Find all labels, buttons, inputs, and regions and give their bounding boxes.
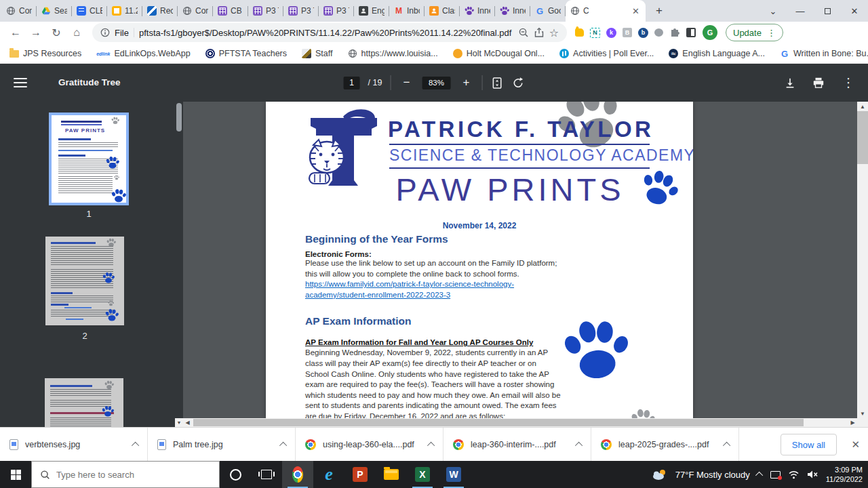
menu-hamburger-icon[interactable] bbox=[14, 78, 27, 87]
weather-icon[interactable] bbox=[652, 468, 668, 481]
taskbar-excel-button[interactable]: X bbox=[407, 461, 438, 488]
taskbar-chrome-button[interactable] bbox=[282, 461, 313, 488]
taskbar-explorer-button[interactable] bbox=[376, 461, 407, 488]
reload-icon[interactable]: ↻ bbox=[47, 24, 65, 41]
tab-active[interactable]: C✕ bbox=[566, 0, 646, 22]
bookmark-jps-resources[interactable]: JPS Resources bbox=[9, 49, 81, 58]
download-item[interactable]: using-leap-360-ela....pdf bbox=[296, 428, 443, 461]
back-icon[interactable]: ← bbox=[7, 24, 24, 41]
kami-extension-icon[interactable]: k bbox=[606, 28, 616, 38]
tab-close-icon[interactable]: ✕ bbox=[631, 6, 641, 16]
clock[interactable]: 3:09 PM 11/29/2022 bbox=[826, 465, 863, 484]
tab-clep[interactable]: CLEP bbox=[72, 0, 107, 22]
onenote-clipper-extension-icon[interactable]: N bbox=[590, 28, 600, 38]
pdf-menu-kebab-icon[interactable]: ⋮ bbox=[841, 75, 856, 90]
info-icon[interactable] bbox=[100, 28, 110, 37]
bookmark-staff[interactable]: Staff bbox=[302, 49, 332, 58]
start-button[interactable] bbox=[0, 461, 31, 488]
task-view-button[interactable] bbox=[251, 461, 282, 488]
chevron-up-icon[interactable] bbox=[575, 441, 583, 449]
blue-circle-extension-icon[interactable]: b bbox=[638, 28, 648, 38]
chevron-up-icon[interactable] bbox=[427, 441, 435, 449]
tab-com-1[interactable]: Com bbox=[1, 0, 37, 22]
browser-menu-kebab-icon[interactable]: ⋮ bbox=[767, 28, 776, 38]
fit-page-button[interactable] bbox=[490, 77, 503, 89]
tab-inne-2[interactable]: Inne bbox=[495, 0, 530, 22]
tab-reco[interactable]: Reco bbox=[142, 0, 178, 22]
bookmark-pftsta-teachers[interactable]: PFTSTA Teachers bbox=[205, 49, 287, 58]
print-icon[interactable] bbox=[812, 77, 825, 89]
tab-engl[interactable]: Engl bbox=[354, 0, 389, 22]
bookmark-holt-mcdougal[interactable]: Holt McDougal Onl... bbox=[453, 49, 545, 58]
horizontal-scrollbar-thumb[interactable] bbox=[193, 419, 804, 426]
downloads-bar-close-icon[interactable]: ✕ bbox=[851, 439, 860, 451]
b-extension-icon[interactable]: B bbox=[623, 28, 632, 37]
chevron-up-icon[interactable] bbox=[723, 441, 730, 449]
url-text[interactable]: pftsta-fs1/gboyer$/Desktop/PAW%20PRINTS/… bbox=[139, 28, 513, 38]
familyid-link[interactable]: academy/student-enrollment-2022-2023-3 bbox=[305, 290, 561, 301]
vertical-scrollbar[interactable]: ▲ ▼ bbox=[857, 102, 868, 418]
bookmark-edlinkops[interactable]: edlinkEdLinkOps.WebApp bbox=[96, 49, 191, 58]
chevron-up-icon[interactable] bbox=[279, 441, 287, 449]
scroll-down-icon[interactable]: ▼ bbox=[857, 409, 868, 418]
download-icon[interactable] bbox=[784, 77, 796, 89]
new-tab-button[interactable]: + bbox=[650, 1, 669, 20]
zoom-out-icon[interactable] bbox=[518, 27, 529, 38]
sidebar-scrollbar-thumb[interactable] bbox=[176, 103, 182, 131]
speech-balloon-extension-icon[interactable] bbox=[654, 28, 663, 37]
thumbnail-page-1[interactable]: PAW PRINTS bbox=[49, 113, 129, 205]
maximize-button[interactable] bbox=[814, 0, 841, 22]
taskbar-ie-button[interactable]: e bbox=[313, 461, 344, 488]
volume-muted-icon[interactable] bbox=[807, 470, 818, 479]
download-item[interactable]: verbtenses.jpg bbox=[0, 428, 148, 461]
forward-icon[interactable]: → bbox=[27, 24, 45, 41]
zoom-level-input[interactable]: 83% bbox=[422, 77, 450, 89]
scroll-up-icon[interactable]: ▲ bbox=[857, 102, 868, 111]
close-button[interactable]: ✕ bbox=[841, 0, 868, 22]
bookmark-english-language[interactable]: ilcEnglish Language A... bbox=[669, 49, 765, 58]
profile-avatar[interactable]: G bbox=[703, 25, 717, 40]
wifi-icon[interactable] bbox=[788, 470, 800, 479]
sidebar-scrollbar[interactable]: ▼ bbox=[175, 102, 183, 427]
vertical-scrollbar-thumb[interactable] bbox=[857, 111, 868, 164]
tab-112[interactable]: 11.2 bbox=[107, 0, 142, 22]
horizontal-scrollbar[interactable]: ◀ ▶ bbox=[183, 418, 857, 427]
tab-inbox[interactable]: MInbo bbox=[389, 0, 425, 22]
scroll-left-icon[interactable]: ◀ bbox=[183, 418, 192, 428]
bookmark-written-in-bone[interactable]: GWritten in Bone: Bu... bbox=[780, 49, 868, 58]
omnibox[interactable]: File pftsta-fs1/gboyer$/Desktop/PAW%20PR… bbox=[92, 23, 567, 42]
tab-google[interactable]: GGoo bbox=[530, 0, 566, 22]
rotate-button[interactable] bbox=[511, 77, 524, 89]
tab-p3t-2[interactable]: P3 T bbox=[283, 0, 319, 22]
zoom-in-button[interactable]: + bbox=[458, 75, 473, 90]
thumbnail-page-3[interactable] bbox=[45, 378, 123, 427]
bookmark-louisiana[interactable]: https://www.louisia... bbox=[348, 49, 438, 58]
tab-inne-1[interactable]: Inne bbox=[460, 0, 495, 22]
search-input[interactable] bbox=[56, 470, 192, 480]
bookmark-poll-everywhere[interactable]: Activities | Poll Ever... bbox=[559, 49, 654, 58]
tab-cbs[interactable]: CB S bbox=[213, 0, 248, 22]
taskbar-word-button[interactable]: W bbox=[438, 461, 469, 488]
notification-tray-icon[interactable] bbox=[770, 471, 781, 479]
scroll-right-icon[interactable]: ▶ bbox=[848, 418, 857, 428]
taskbar-powerpoint-button[interactable]: P bbox=[344, 461, 376, 488]
tab-p3t-1[interactable]: P3 T bbox=[248, 0, 283, 22]
tab-com-2[interactable]: Com bbox=[178, 0, 213, 22]
page-number-input[interactable]: 1 bbox=[344, 77, 360, 89]
home-icon[interactable]: ⌂ bbox=[68, 24, 85, 41]
taskbar-search[interactable] bbox=[31, 461, 220, 488]
tab-p3t-3[interactable]: P3 T bbox=[319, 0, 354, 22]
thumbnail-page-2[interactable] bbox=[45, 237, 124, 325]
share-icon[interactable] bbox=[534, 27, 545, 38]
update-button[interactable]: Update ⋮ bbox=[726, 24, 783, 41]
tray-chevron-up-icon[interactable] bbox=[755, 472, 763, 479]
zoom-out-button[interactable]: − bbox=[399, 75, 414, 90]
sidebar-scroll-down-icon[interactable]: ▼ bbox=[175, 418, 183, 427]
puzzle-extensions-icon[interactable] bbox=[669, 27, 680, 38]
download-item[interactable]: Palm tree.jpg bbox=[148, 428, 296, 461]
show-all-downloads-button[interactable]: Show all bbox=[781, 434, 837, 455]
download-item[interactable]: leap-2025-grades-....pdf bbox=[591, 428, 739, 461]
cortana-button[interactable] bbox=[220, 461, 251, 488]
thumbs-up-extension-icon[interactable] bbox=[575, 28, 584, 37]
bookmark-star-icon[interactable]: ☆ bbox=[549, 26, 559, 39]
